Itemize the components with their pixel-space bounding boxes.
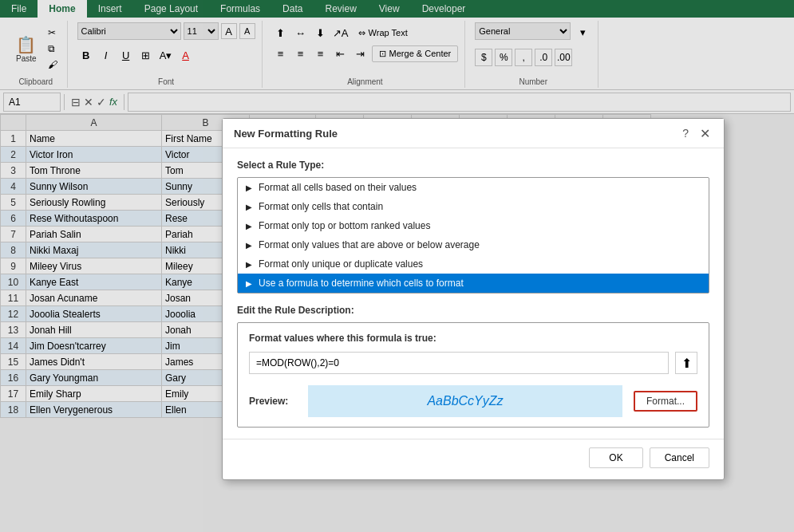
rule-type-list: ▶Format all cells based on their values▶… <box>237 177 709 294</box>
rule-type-item[interactable]: ▶Format only top or bottom ranked values <box>238 216 709 235</box>
rule-type-label: Format only cells that contain <box>259 201 383 212</box>
rule-type-arrow: ▶ <box>246 203 252 211</box>
rule-type-label: Use a formula to determine which cells t… <box>259 278 464 289</box>
rule-type-item[interactable]: ▶Format only cells that contain <box>238 197 709 216</box>
rule-type-item[interactable]: ▶Use a formula to determine which cells … <box>238 274 709 293</box>
dialog-body: Select a Rule Type: ▶Format all cells ba… <box>223 148 724 439</box>
cancel-button[interactable]: Cancel <box>650 447 709 468</box>
rule-description-box: Format values where this formula is true… <box>237 322 709 428</box>
ok-button[interactable]: OK <box>589 447 642 468</box>
rule-type-arrow: ▶ <box>246 241 252 250</box>
rule-type-label: Format only top or bottom ranked values <box>259 220 430 231</box>
edit-rule-label: Edit the Rule Description: <box>237 305 709 316</box>
format-button[interactable]: Format... <box>634 391 697 412</box>
preview-label: Preview: <box>249 396 297 407</box>
formula-edit-row: ⬆ <box>249 352 697 374</box>
rule-type-item[interactable]: ▶Format only unique or duplicate values <box>238 254 709 274</box>
new-formatting-rule-dialog: New Formatting Rule ? ✕ Select a Rule Ty… <box>222 118 725 480</box>
rule-type-item[interactable]: ▶Format only values that are above or be… <box>238 235 709 254</box>
formula-edit-input[interactable] <box>249 352 669 374</box>
dialog-title-bar: New Formatting Rule ? ✕ <box>223 119 724 148</box>
preview-text: AaBbCcYyZz <box>427 394 503 408</box>
format-values-label: Format values where this formula is true… <box>249 333 697 344</box>
dialog-footer: OK Cancel <box>223 439 724 479</box>
rule-type-label: Format all cells based on their values <box>259 182 417 193</box>
formula-edit-expand-button[interactable]: ⬆ <box>675 352 697 374</box>
select-rule-type-label: Select a Rule Type: <box>237 160 709 171</box>
rule-type-label: Format only unique or duplicate values <box>259 258 423 270</box>
rule-type-arrow: ▶ <box>246 183 252 192</box>
rule-type-arrow: ▶ <box>246 260 252 269</box>
rule-type-arrow: ▶ <box>246 279 252 288</box>
rule-type-arrow: ▶ <box>246 222 252 231</box>
rule-type-item[interactable]: ▶Format all cells based on their values <box>238 178 709 197</box>
preview-row: Preview: AaBbCcYyZz Format... <box>249 385 697 417</box>
dialog-title-buttons: ? ✕ <box>682 125 713 141</box>
rule-type-label: Format only values that are above or bel… <box>259 239 480 250</box>
dialog-help-button[interactable]: ? <box>682 127 689 140</box>
dialog-title: New Formatting Rule <box>234 128 338 140</box>
dialog-close-button[interactable]: ✕ <box>697 125 713 141</box>
preview-box: AaBbCcYyZz <box>308 385 622 417</box>
